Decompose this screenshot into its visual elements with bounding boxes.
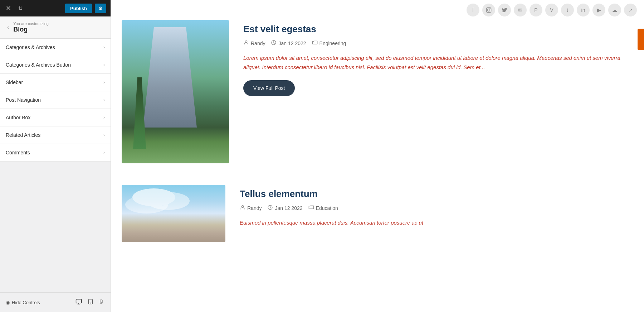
chevron-icon: › xyxy=(103,45,105,50)
clock-icon xyxy=(271,40,277,47)
svg-rect-0 xyxy=(76,299,82,303)
customizing-label: You are customizing xyxy=(13,21,49,26)
gear-button[interactable]: ⚙ xyxy=(95,4,106,13)
tablet-device-button[interactable] xyxy=(86,297,95,308)
hide-controls-button[interactable]: ◉ Hide Controls xyxy=(6,300,40,305)
meta-author-1: Randy xyxy=(243,40,265,47)
post-card-2: Tellus elementum Randy Jan 12 2022 xyxy=(122,185,633,242)
post-image-1 xyxy=(122,20,229,163)
meta-date-1: Jan 12 2022 xyxy=(271,40,306,47)
meta-category-1: Engineering xyxy=(312,40,346,47)
post-excerpt-2: Euismod in pellentesque massa placerat d… xyxy=(240,218,633,227)
soundcloud-icon[interactable]: ☁ xyxy=(608,4,621,16)
nav-item-label: Related Articles xyxy=(6,132,40,138)
publish-button[interactable]: Publish xyxy=(65,4,92,13)
chevron-icon: › xyxy=(103,150,105,155)
pinterest-icon[interactable]: P xyxy=(530,4,542,16)
post-meta-1: Randy Jan 12 2022 Engineering xyxy=(243,40,633,47)
post-content-2: Tellus elementum Randy Jan 12 2022 xyxy=(240,185,633,236)
posts-container: Est velit egestas Randy Jan 12 2022 xyxy=(111,20,644,278)
bottom-controls: ◉ Hide Controls xyxy=(0,292,111,312)
nav-item-label: Author Box xyxy=(6,115,30,120)
nav-item-label: Comments xyxy=(6,150,30,155)
nav-item-categories-archives[interactable]: Categories & Archives › xyxy=(0,39,111,56)
post-date-1: Jan 12 2022 xyxy=(278,40,306,46)
svg-point-10 xyxy=(241,206,243,207)
user-icon-2 xyxy=(240,205,245,212)
desktop-device-button[interactable] xyxy=(74,297,83,308)
nav-item-post-navigation[interactable]: Post Navigation › xyxy=(0,91,111,109)
section-title: Blog xyxy=(13,26,49,33)
nav-item-related-articles[interactable]: Related Articles › xyxy=(0,126,111,144)
folder-icon-2 xyxy=(308,205,314,212)
side-accent-bar xyxy=(638,29,644,50)
device-buttons xyxy=(74,297,105,308)
social-icons-bar: f ✉ P V t in ▶ ☁ ↗ xyxy=(111,0,644,20)
youtube-icon[interactable]: ▶ xyxy=(592,4,605,16)
svg-point-4 xyxy=(101,303,102,303)
author-name-1: Randy xyxy=(251,40,265,46)
main-preview-area: f ✉ P V t in ▶ ☁ ↗ Est velit egestas xyxy=(111,0,644,312)
meta-author-2: Randy xyxy=(240,205,262,212)
meta-category-2: Education xyxy=(308,205,338,212)
svg-point-8 xyxy=(245,41,247,43)
top-toolbar: ✕ ⇅ Publish ⚙ xyxy=(0,0,111,16)
chevron-icon: › xyxy=(103,133,105,138)
author-name-2: Randy xyxy=(247,205,262,211)
svg-point-6 xyxy=(488,9,490,11)
reorder-button[interactable]: ⇅ xyxy=(15,4,25,13)
extra-icon[interactable]: ↗ xyxy=(624,4,637,16)
nav-item-label: Sidebar xyxy=(6,80,23,85)
customizer-panel: ✕ ⇅ Publish ⚙ ‹ You are customizing Blog… xyxy=(0,0,111,312)
hide-controls-label: Hide Controls xyxy=(12,300,40,305)
post-category-2: Education xyxy=(316,205,338,211)
nav-item-label: Categories & Archives Button xyxy=(6,62,71,68)
chevron-icon: › xyxy=(103,115,105,120)
facebook-icon[interactable]: f xyxy=(467,4,479,16)
chevron-icon: › xyxy=(103,80,105,85)
user-icon xyxy=(243,40,249,47)
nav-item-author-box[interactable]: Author Box › xyxy=(0,109,111,126)
svg-point-2 xyxy=(90,303,91,303)
twitter-icon[interactable] xyxy=(498,4,511,16)
close-button[interactable]: ✕ xyxy=(4,3,13,14)
post-content-1: Est velit egestas Randy Jan 12 2022 xyxy=(243,20,633,96)
view-full-post-button-1[interactable]: View Full Post xyxy=(243,80,295,96)
meta-date-2: Jan 12 2022 xyxy=(267,205,302,212)
nav-item-categories-archives-button[interactable]: Categories & Archives Button › xyxy=(0,56,111,74)
folder-icon xyxy=(312,40,318,47)
nav-item-label: Categories & Archives xyxy=(6,44,55,50)
post-title-1: Est velit egestas xyxy=(243,24,633,35)
email-icon[interactable]: ✉ xyxy=(514,4,527,16)
nav-item-sidebar[interactable]: Sidebar › xyxy=(0,74,111,91)
back-button[interactable]: ‹ xyxy=(6,24,10,32)
instagram-icon[interactable] xyxy=(482,4,495,16)
chevron-icon: › xyxy=(103,97,105,102)
clock-icon-2 xyxy=(267,205,273,212)
vimeo-icon[interactable]: V xyxy=(545,4,558,16)
chevron-icon: › xyxy=(103,62,105,67)
eye-icon: ◉ xyxy=(6,300,10,305)
nav-item-comments[interactable]: Comments › xyxy=(0,144,111,162)
tumblr-icon[interactable]: t xyxy=(561,4,574,16)
svg-point-7 xyxy=(490,9,490,9)
post-card-1: Est velit egestas Randy Jan 12 2022 xyxy=(122,20,633,163)
linkedin-icon[interactable]: in xyxy=(577,4,590,16)
post-date-2: Jan 12 2022 xyxy=(275,205,302,211)
post-category-1: Engineering xyxy=(319,40,346,46)
svg-rect-5 xyxy=(486,8,491,12)
post-excerpt-1: Lorem ipsum dolor sit amet, consectetur … xyxy=(243,53,633,72)
nav-item-label: Post Navigation xyxy=(6,97,41,103)
post-title-2: Tellus elementum xyxy=(240,188,633,200)
mobile-device-button[interactable] xyxy=(98,297,105,308)
nav-items-list: Categories & Archives › Categories & Arc… xyxy=(0,39,111,292)
breadcrumb-section: ‹ You are customizing Blog xyxy=(0,16,111,39)
breadcrumb-text: You are customizing Blog xyxy=(13,21,49,33)
post-image-2 xyxy=(122,185,225,242)
post-meta-2: Randy Jan 12 2022 Education xyxy=(240,205,633,212)
